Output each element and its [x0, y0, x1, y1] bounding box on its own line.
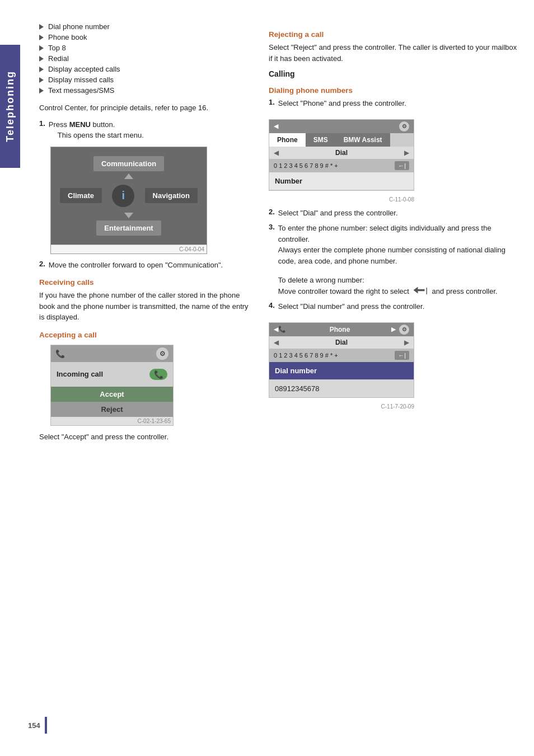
accept-instruction: Select "Accept" and press the controller…: [39, 431, 252, 443]
sample-number: 08912345678: [269, 380, 414, 397]
screenshot-id-1: C-11-0-08: [269, 196, 414, 203]
left-column: Dial phone number Phone book Top 8 Redia…: [39, 22, 252, 448]
accepting-call-heading: Accepting a call: [39, 331, 252, 339]
call-top-bar: 📞 ⚙: [51, 345, 173, 362]
calling-heading: Calling: [269, 69, 517, 78]
step-2: 2. Move the controller forward to open "…: [39, 260, 252, 271]
bullet-icon: [39, 77, 44, 83]
bmw-assist-tab[interactable]: BMW Assist: [336, 133, 390, 147]
right-step-2: 2. Select "Dial" and press the controlle…: [269, 208, 517, 219]
nav-info-icon: i: [112, 185, 134, 207]
page-number: 154: [28, 717, 47, 734]
phone-icon-small: 📞: [55, 349, 65, 358]
dial-number-label[interactable]: Dial number: [269, 362, 414, 380]
list-item: Display accepted calls: [39, 65, 252, 73]
right-step-3: 3. To enter the phone number: select dig…: [269, 223, 517, 297]
screenshot-id-2: C-11-7-20-09: [269, 403, 414, 410]
backspace-icon-2[interactable]: ←|: [395, 351, 409, 360]
rejecting-heading: Rejecting a call: [269, 30, 517, 39]
receiving-calls-text: If you have the phone number of the call…: [39, 290, 252, 323]
phone-settings-icon: ⚙: [399, 121, 409, 132]
bullet-icon: [39, 67, 44, 72]
phone-screenshot-1: ◀ ⚙ Phone SMS BMW Assist ◀ Dial ▶ 0 1 2 …: [269, 114, 414, 203]
page-bar: [45, 717, 47, 734]
list-item: Dial phone number: [39, 22, 252, 31]
list-item: Display missed calls: [39, 76, 252, 84]
settings-icon: ⚙: [156, 348, 168, 360]
call-screenshot: 📞 ⚙ Incoming call 📞 Accept Reject C-02-1…: [50, 345, 174, 426]
nav-climate-label: Climate: [60, 188, 102, 203]
step-1: 1. Press MENU button. This opens the sta…: [39, 119, 252, 141]
accept-call-icon: 📞: [149, 369, 167, 380]
receiving-calls-heading: Receiving calls: [39, 278, 252, 287]
right-column: Rejecting a call Select "Reject" and pre…: [269, 22, 517, 448]
bullet-icon: [39, 35, 44, 40]
bullet-icon: [39, 45, 44, 51]
dialing-heading: Dialing phone numbers: [269, 86, 517, 95]
accept-button[interactable]: Accept: [51, 387, 173, 402]
nav-navigation-label: Navigation: [145, 188, 198, 203]
list-item: Redial: [39, 54, 252, 63]
number-label: Number: [269, 172, 414, 190]
menu-list: Dial phone number Phone book Top 8 Redia…: [39, 22, 252, 95]
call-body: Incoming call 📞: [51, 362, 173, 387]
list-item: Phone book: [39, 33, 252, 41]
bullet-icon: [39, 24, 44, 30]
bullet-icon: [39, 56, 44, 62]
backspace-icon[interactable]: ←|: [395, 161, 409, 170]
nav-entertainment-label: Entertainment: [96, 220, 161, 236]
sms-tab[interactable]: SMS: [306, 133, 336, 147]
list-item: Top 8: [39, 44, 252, 52]
call-screenshot-caption: C-02-1-23-65: [51, 417, 173, 425]
back-arrow: |: [414, 286, 428, 294]
phone2-settings-icon: ⚙: [399, 325, 409, 335]
sidebar-label: Telephoning: [0, 45, 20, 168]
phone-tab[interactable]: Phone: [269, 133, 306, 147]
reject-button[interactable]: Reject: [51, 402, 173, 417]
bullet-icon: [39, 88, 44, 93]
right-step-1: 1. Select "Phone" and press the controll…: [269, 98, 517, 109]
phone-screenshot-2: ◀ 📞 Phone ▶ ⚙ ◀ Dial ▶ 0 1 2 3 4 5 6 7 8…: [269, 317, 414, 410]
rejecting-text: Select "Reject" and press the controller…: [269, 42, 517, 64]
right-step-4: 4. Select "Dial number" and press the co…: [269, 301, 517, 312]
intro-text: Control Center, for principle details, r…: [39, 102, 252, 114]
nav-screenshot: Communication Climate i Navigation Enter…: [50, 147, 207, 254]
list-item: Text messages/SMS: [39, 86, 252, 95]
screenshot-caption: C-04-0-04: [51, 245, 207, 253]
nav-communication-label: Communication: [93, 156, 164, 171]
